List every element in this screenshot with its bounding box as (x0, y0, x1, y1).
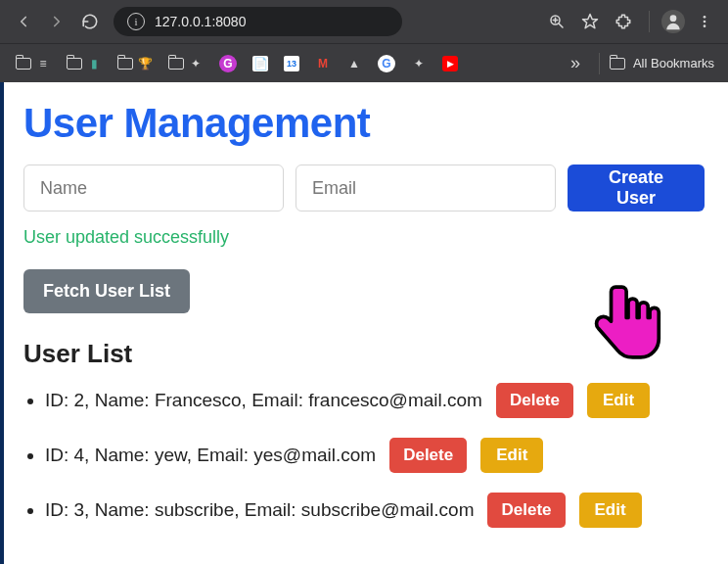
list-item: ID: 2, Name: Francesco, Email: francesco… (45, 383, 705, 418)
bookmark-cal-icon[interactable]: 13 (278, 52, 305, 75)
extensions-icon[interactable] (610, 8, 637, 35)
bookmarks-divider (599, 53, 600, 74)
email-input[interactable] (296, 164, 556, 212)
bookmark-drive-icon[interactable]: ▲ (341, 52, 368, 75)
bookmark-folder-4[interactable]: ✦ (162, 52, 209, 75)
svg-line-1 (559, 24, 563, 27)
page-title: User Management (23, 100, 705, 147)
edit-button[interactable]: Edit (480, 438, 543, 473)
bookmark-gmail-icon[interactable]: M (309, 52, 337, 75)
create-user-form: Create User (23, 164, 705, 212)
create-user-button[interactable]: Create User (568, 164, 705, 212)
list-item: ID: 3, Name: subscribe, Email: subscribe… (45, 493, 705, 528)
delete-button[interactable]: Delete (389, 438, 467, 473)
edit-button[interactable]: Edit (587, 383, 650, 418)
list-item: ID: 4, Name: yew, Email: yes@mail.comDel… (45, 438, 705, 473)
page-content: User Management Create User User updated… (0, 82, 728, 564)
forward-button[interactable] (43, 8, 70, 35)
menu-icon[interactable] (691, 8, 718, 35)
svg-point-7 (704, 21, 706, 24)
bookmark-folder-2[interactable]: ▮ (61, 52, 108, 75)
edit-button[interactable]: Edit (579, 493, 642, 528)
user-text: ID: 4, Name: yew, Email: yes@mail.com (45, 445, 376, 466)
bookmark-g-icon[interactable]: G (213, 51, 243, 76)
profile-avatar[interactable] (661, 10, 685, 33)
all-bookmarks-button[interactable]: All Bookmarks (610, 56, 718, 70)
bookmark-yt-icon[interactable]: ▶ (436, 52, 464, 75)
svg-point-6 (704, 16, 706, 19)
toolbar-divider (649, 11, 650, 32)
user-list: ID: 2, Name: Francesco, Email: francesco… (23, 383, 705, 528)
address-bar[interactable]: i 127.0.0.1:8080 (114, 7, 402, 36)
bookmarks-bar: ≡ ▮ 🏆 ✦ G 📄 13 M ▲ G ✦ ▶ » All Bookmarks (0, 43, 728, 82)
bookmark-misc-1[interactable]: ✦ (405, 52, 432, 75)
back-button[interactable] (10, 8, 37, 35)
name-input[interactable] (23, 164, 284, 212)
url-text: 127.0.0.1:8080 (155, 14, 246, 29)
site-info-icon[interactable]: i (127, 13, 145, 30)
user-text: ID: 3, Name: subscribe, Email: subscribe… (45, 499, 474, 521)
folder-icon (610, 58, 625, 70)
reload-button[interactable] (76, 8, 104, 35)
zoom-icon[interactable] (543, 8, 570, 35)
user-text: ID: 2, Name: Francesco, Email: francesco… (45, 390, 482, 411)
svg-marker-4 (583, 15, 598, 28)
bookmark-doc-icon[interactable]: 📄 (247, 52, 274, 75)
user-list-heading: User List (23, 339, 705, 369)
toolbar-row: i 127.0.0.1:8080 (0, 0, 728, 43)
svg-point-8 (704, 24, 706, 27)
bookmark-star-icon[interactable] (576, 8, 604, 35)
browser-chrome: i 127.0.0.1:8080 ≡ ▮ 🏆 ✦ G 📄 13 M ▲ G ✦ (0, 0, 728, 82)
fetch-user-list-button[interactable]: Fetch User List (23, 269, 190, 313)
all-bookmarks-label: All Bookmarks (633, 56, 714, 70)
delete-button[interactable]: Delete (496, 383, 573, 418)
bookmark-folder-3[interactable]: 🏆 (112, 52, 159, 75)
delete-button[interactable]: Delete (487, 493, 565, 528)
bookmarks-overflow-icon[interactable]: » (562, 50, 589, 77)
bookmark-google-icon[interactable]: G (372, 51, 401, 76)
status-message: User updated successfully (23, 227, 705, 248)
svg-point-5 (670, 15, 677, 22)
bookmark-folder-1[interactable]: ≡ (10, 52, 57, 75)
